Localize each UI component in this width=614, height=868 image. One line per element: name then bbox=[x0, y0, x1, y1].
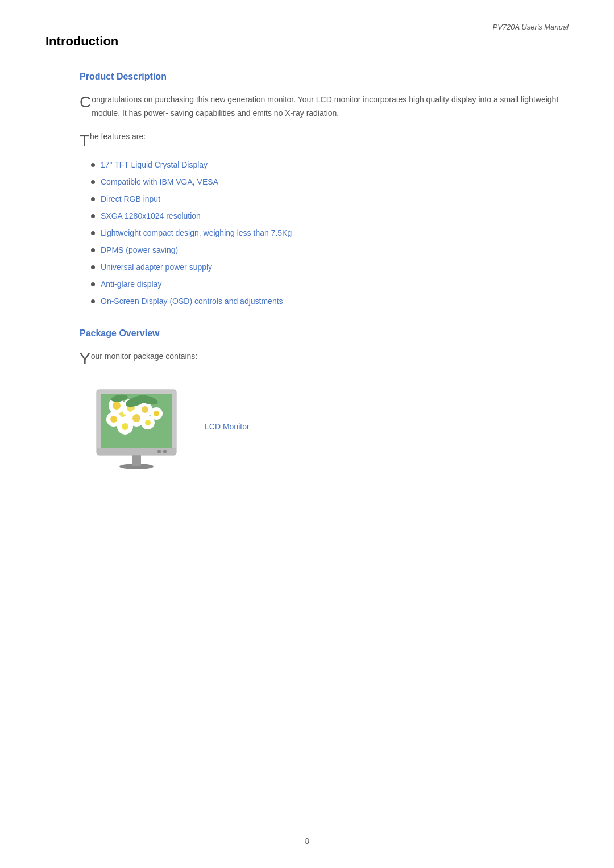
svg-point-28 bbox=[157, 450, 161, 453]
bullet-icon bbox=[91, 299, 95, 303]
drop-cap-c: C bbox=[80, 94, 91, 110]
feature-text: SXGA 1280x1024 resolution bbox=[101, 211, 201, 220]
feature-text: Compatible with IBM VGA, VESA bbox=[101, 177, 218, 186]
list-item: Direct RGB input bbox=[91, 194, 569, 203]
monitor-image-container: LCD Monitor bbox=[80, 384, 569, 469]
svg-point-8 bbox=[113, 402, 121, 410]
list-item: DPMS (power saving) bbox=[91, 245, 569, 254]
package-overview-section: Package Overview Your monitor package co… bbox=[80, 328, 569, 469]
list-item: Universal adapter power supply bbox=[91, 262, 569, 272]
content-area: Product Description Congratulations on p… bbox=[45, 72, 569, 469]
svg-point-16 bbox=[122, 423, 128, 430]
feature-text: On-Screen Display (OSD) controls and adj… bbox=[101, 297, 283, 306]
features-intro-para: The features are: bbox=[80, 132, 569, 149]
feature-text: 17" TFT Liquid Crystal Display bbox=[101, 160, 208, 169]
features-intro-text: he features are: bbox=[90, 132, 146, 141]
monitor-label: LCD Monitor bbox=[205, 422, 250, 431]
bullet-icon bbox=[91, 197, 95, 201]
bullet-icon bbox=[91, 180, 95, 184]
bullet-icon bbox=[91, 282, 95, 286]
drop-cap-t: T bbox=[80, 133, 89, 149]
header-manual-title: PV720A User's Manual bbox=[492, 23, 569, 31]
monitor-image bbox=[91, 384, 182, 469]
bullet-icon bbox=[91, 248, 95, 252]
drop-cap-y: Y bbox=[80, 351, 90, 367]
feature-text: Universal adapter power supply bbox=[101, 262, 212, 272]
product-description-section: Product Description Congratulations on p… bbox=[80, 72, 569, 306]
list-item: Compatible with IBM VGA, VESA bbox=[91, 177, 569, 186]
svg-point-12 bbox=[132, 414, 140, 422]
package-intro-para: Your monitor package contains: bbox=[80, 350, 569, 367]
bullet-icon bbox=[91, 163, 95, 167]
list-item: 17" TFT Liquid Crystal Display bbox=[91, 160, 569, 169]
package-intro-text: our monitor package contains: bbox=[91, 352, 198, 361]
list-item: SXGA 1280x1024 resolution bbox=[91, 211, 569, 220]
page-container: PV720A User's Manual Introduction Produc… bbox=[0, 0, 614, 868]
para1-text: ongratulations on purchasing this new ge… bbox=[92, 95, 558, 118]
bullet-icon bbox=[91, 214, 95, 218]
svg-point-27 bbox=[163, 450, 167, 453]
page-number: 8 bbox=[305, 837, 309, 845]
page-title: Introduction bbox=[45, 34, 569, 49]
product-description-heading: Product Description bbox=[80, 72, 569, 82]
feature-text: Lightweight compact design, weighing les… bbox=[101, 228, 292, 237]
list-item: Lightweight compact design, weighing les… bbox=[91, 228, 569, 237]
svg-point-20 bbox=[145, 420, 151, 425]
feature-text: Anti-glare display bbox=[101, 279, 161, 289]
svg-point-22 bbox=[154, 411, 159, 416]
package-overview-heading: Package Overview bbox=[80, 328, 569, 339]
features-list: 17" TFT Liquid Crystal Display Compatibl… bbox=[91, 160, 569, 306]
product-description-para1: Congratulations on purchasing this new g… bbox=[80, 93, 569, 120]
list-item: Anti-glare display bbox=[91, 279, 569, 289]
svg-point-14 bbox=[110, 416, 117, 423]
bullet-icon bbox=[91, 265, 95, 269]
feature-text: DPMS (power saving) bbox=[101, 245, 178, 254]
bullet-icon bbox=[91, 231, 95, 235]
svg-point-18 bbox=[142, 406, 148, 413]
list-item: On-Screen Display (OSD) controls and adj… bbox=[91, 297, 569, 306]
feature-text: Direct RGB input bbox=[101, 194, 160, 203]
